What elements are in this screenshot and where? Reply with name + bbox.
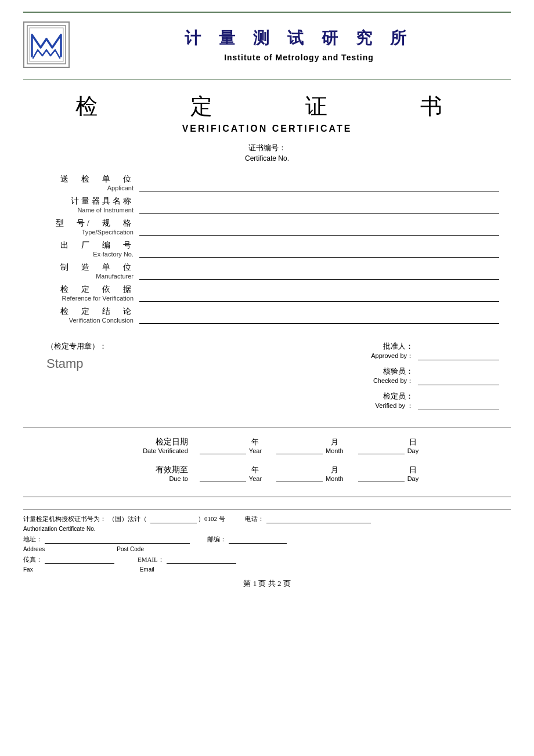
header: 计 量 测 试 研 究 所 Institute of Metrology and… <box>23 21 511 68</box>
addr-en-row: Addrees Post Code <box>23 546 511 552</box>
address-row: 地址： 邮编： <box>23 534 511 544</box>
date-unit-label-1-0: 年 Year <box>249 465 262 482</box>
stamp-left: （检定专用章）： Stamp <box>23 341 273 371</box>
info-label-0: 送 检 单 位 Applicant <box>23 174 139 191</box>
postcode-en-label: Post Code <box>117 546 144 552</box>
info-cn-4: 制 造 单 位 <box>23 262 134 273</box>
footer-section: 计量检定机构授权证书号为： （国）法计（ ）0102 号 电话： Authori… <box>23 509 511 573</box>
info-line-0 <box>139 180 499 191</box>
date-unit-label-0-1: 月 Month <box>326 437 344 454</box>
date-unit-label-0-0: 年 Year <box>249 437 262 454</box>
tel-line <box>266 514 371 523</box>
info-line-2 <box>139 224 499 236</box>
email-line <box>167 555 236 564</box>
addr-cn-label: 地址： <box>23 535 42 544</box>
main-cn-title: 检 定 证 书 <box>23 92 511 121</box>
date-label-1: 有效期至 Due to <box>104 465 197 482</box>
auth-en-label: Authorization Certificate No. <box>23 526 511 532</box>
email-label: EMAIL： <box>138 555 164 564</box>
info-line-4 <box>139 268 499 280</box>
info-row-0: 送 检 单 位 Applicant <box>23 174 511 191</box>
info-row-4: 制 造 单 位 Manufacturer <box>23 262 511 280</box>
date-unit-label-0-2: 日 Day <box>407 437 419 454</box>
info-row-6: 检 定 结 论 Verification Conclusion <box>23 306 511 324</box>
institute-title: 计 量 测 试 研 究 所 Institute of Metrology and… <box>87 27 511 62</box>
info-cn-1: 计量器具名称 <box>23 196 134 207</box>
info-en-2: Type/Specification <box>23 229 134 236</box>
auth-nation-label: （国）法计（ <box>109 515 147 523</box>
sig-label-0: 批准人： Approved by： <box>371 341 418 360</box>
date-row-1: 有效期至 Due to 年 Year 月 Month 日 Day <box>23 465 511 482</box>
sig-row-1: 核验员： Checked by： <box>273 366 499 385</box>
info-row-2: 型 号/ 规 格 Type/Specification <box>23 218 511 236</box>
cert-no-cn: 证书编号： <box>23 143 511 153</box>
info-line-6 <box>139 312 499 324</box>
info-en-3: Ex-factory No. <box>23 251 134 258</box>
auth-prefix-label: 计量检定机构授权证书号为： <box>23 515 106 523</box>
email-en-label: Email <box>140 566 154 573</box>
addr-line <box>45 534 190 544</box>
date-unit-0-2: 日 Day <box>355 437 419 454</box>
date-unit-1-0: 年 Year <box>197 465 262 482</box>
date-line-1-1 <box>276 471 323 482</box>
info-line-1 <box>139 202 499 214</box>
main-title-section: 检 定 证 书 VERIFICATION CERTIFICATE <box>23 92 511 134</box>
info-label-2: 型 号/ 规 格 Type/Specification <box>23 218 139 236</box>
sig-label-1: 核验员： Checked by： <box>373 366 418 385</box>
fax-en-row: Fax Email <box>23 566 511 573</box>
info-en-6: Verification Conclusion <box>23 317 134 324</box>
date-unit-label-1-1: 月 Month <box>326 465 344 482</box>
date-unit-0-0: 年 Year <box>197 437 262 454</box>
info-label-6: 检 定 结 论 Verification Conclusion <box>23 306 139 324</box>
date-section: 检定日期 Date Verificated 年 Year 月 Month 日 D… <box>23 428 511 497</box>
info-cn-0: 送 检 单 位 <box>23 174 134 185</box>
info-cn-3: 出 厂 编 号 <box>23 240 134 251</box>
date-line-0-0 <box>200 443 246 454</box>
info-cn-6: 检 定 结 论 <box>23 306 134 317</box>
postcode-line <box>229 534 287 544</box>
stamp-section: （检定专用章）： Stamp 批准人： Approved by： 核验员： Ch… <box>23 341 511 416</box>
info-row-5: 检 定 依 据 Reference for Verification <box>23 284 511 302</box>
info-line-5 <box>139 290 499 302</box>
sig-line-2 <box>418 399 499 410</box>
info-label-4: 制 造 单 位 Manufacturer <box>23 262 139 280</box>
info-line-3 <box>139 246 499 258</box>
auth-no-line <box>150 514 197 523</box>
auth-row: 计量检定机构授权证书号为： （国）法计（ ）0102 号 电话： <box>23 514 511 523</box>
info-en-1: Name of Instrument <box>23 207 134 214</box>
sig-label-2: 检定员： Verified by ： <box>376 391 418 410</box>
date-row-0: 检定日期 Date Verificated 年 Year 月 Month 日 D… <box>23 437 511 454</box>
info-en-4: Manufacturer <box>23 273 134 280</box>
date-unit-label-1-2: 日 Day <box>407 465 419 482</box>
date-line-1-2 <box>358 471 405 482</box>
page-number: 第 1 页 共 2 页 <box>23 578 511 589</box>
main-en-title: VERIFICATION CERTIFICATE <box>23 124 511 134</box>
date-unit-0-1: 月 Month <box>273 437 344 454</box>
date-unit-1-2: 日 Day <box>355 465 419 482</box>
info-en-5: Reference for Verification <box>23 295 134 302</box>
fax-en-label: Fax <box>23 566 33 573</box>
fax-line <box>45 555 114 564</box>
info-row-1: 计量器具名称 Name of Instrument <box>23 196 511 214</box>
info-cn-5: 检 定 依 据 <box>23 284 134 295</box>
cert-no-en: Certificate No. <box>23 154 511 162</box>
date-line-0-1 <box>276 443 323 454</box>
date-line-0-2 <box>358 443 405 454</box>
addr-en-label: Addrees <box>23 546 45 552</box>
sig-line-1 <box>418 374 499 385</box>
sig-line-0 <box>418 349 499 360</box>
stamp-right: 批准人： Approved by： 核验员： Checked by： 检定员： … <box>273 341 511 416</box>
stamp-label: （检定专用章）： <box>46 341 273 352</box>
sig-row-0: 批准人： Approved by： <box>273 341 499 360</box>
postcode-cn-label: 邮编： <box>207 535 226 544</box>
info-section: 送 检 单 位 Applicant 计量器具名称 Name of Instrum… <box>23 174 511 324</box>
info-en-0: Applicant <box>23 185 134 191</box>
auth-suffix-label: ）0102 号 <box>198 515 225 523</box>
fax-cn-label: 传真： <box>23 555 42 564</box>
sig-row-2: 检定员： Verified by ： <box>273 391 499 410</box>
date-line-1-0 <box>200 471 246 482</box>
stamp-text: Stamp <box>46 356 273 371</box>
institute-en-title: Institute of Metrology and Testing <box>87 53 511 62</box>
info-cn-2: 型 号/ 规 格 <box>23 218 134 229</box>
info-label-1: 计量器具名称 Name of Instrument <box>23 196 139 214</box>
